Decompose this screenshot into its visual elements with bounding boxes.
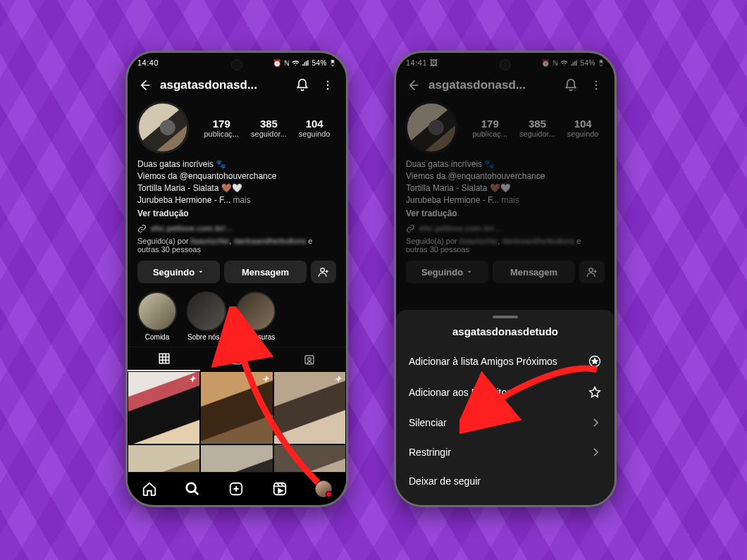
highlight-item[interactable]: Travessuras	[236, 292, 276, 341]
status-time: 14:41 🖼	[406, 58, 438, 67]
bio-link-row[interactable]: ehc.petlove.com.br/...	[137, 223, 336, 234]
link-icon	[406, 224, 415, 233]
svg-rect-13	[278, 505, 285, 507]
stat-n: 385	[519, 118, 555, 130]
profile-avatar[interactable]	[137, 102, 188, 153]
stat-following-l: seguindo	[299, 130, 331, 138]
grid-cell[interactable]	[273, 371, 346, 444]
chevron-down-icon	[197, 268, 204, 275]
sheet-unfollow[interactable]: Deixar de seguir	[396, 467, 615, 495]
profile-username[interactable]: asgatasdonasd...	[160, 78, 287, 92]
stats-block: 179publicaç... 385seguidor... 104seguind…	[467, 118, 605, 138]
nav-search[interactable]	[185, 481, 200, 497]
bio-line1: Duas gatas incríveis 🐾	[137, 158, 336, 170]
alarm-icon: ⏰	[541, 59, 550, 67]
bio-more[interactable]: mais	[230, 195, 251, 205]
message-button[interactable]: Mensagem	[493, 261, 575, 283]
tab-tagged[interactable]	[273, 347, 346, 371]
nav-reels[interactable]	[272, 481, 288, 497]
kebab-icon	[321, 79, 334, 92]
bio-block: Duas gatas incríveis 🐾 Viemos da @enquan…	[128, 158, 346, 234]
following-button[interactable]: Seguindo	[137, 261, 220, 283]
nav-create[interactable]	[228, 481, 244, 497]
phone-camera	[500, 59, 511, 70]
bio-line1: Duas gatas incríveis 🐾	[406, 158, 605, 170]
notifications-button[interactable]	[561, 75, 581, 95]
more-options-button[interactable]	[318, 75, 338, 95]
stat-n: 104	[567, 118, 599, 130]
message-button[interactable]: Mensagem	[224, 261, 307, 283]
signal-icon	[302, 59, 309, 67]
sheet-label: Adicionar aos Favoritos	[409, 387, 512, 398]
reel-badge-icon	[131, 504, 141, 507]
profile-username[interactable]: asgatasdonasd...	[428, 78, 555, 92]
bell-icon	[295, 78, 309, 92]
svg-point-23	[589, 268, 593, 272]
stat-followers[interactable]: 385seguidor...	[251, 118, 287, 138]
stat-following[interactable]: 104seguindo	[567, 118, 599, 138]
grid-cell[interactable]	[200, 371, 273, 444]
header-bar: asgatasdonasd...	[128, 73, 346, 99]
bio-line4-text: Jurubeba Hermione - F...	[406, 195, 499, 205]
action-buttons: Seguindo Mensagem	[396, 261, 615, 290]
svg-rect-9	[305, 356, 314, 364]
stat-posts-l: publicaç...	[204, 130, 240, 138]
highlights-row: Comida Sobre nós 2 Travessuras	[128, 290, 346, 347]
suggest-button[interactable]	[579, 261, 605, 283]
followed-by[interactable]: Seguido(a) por lisaurizchio, danlosandhe…	[128, 234, 346, 261]
followed-prefix: Seguido(a) por	[406, 237, 459, 245]
bio-block: Duas gatas incríveis 🐾 Viemos da @enquan…	[396, 158, 615, 234]
translate-link[interactable]: Ver tradução	[137, 208, 336, 220]
status-time-text: 14:41	[406, 58, 427, 67]
phone-right: 14:41 🖼 ⏰ ℕ 54% asgatasdonasd... 179publ…	[394, 51, 617, 507]
bio-link-row[interactable]: ehc.petlove.com.br/...	[406, 223, 605, 234]
svg-rect-7	[159, 354, 169, 364]
back-button[interactable]	[403, 75, 423, 95]
stat-following[interactable]: 104seguindo	[299, 118, 331, 138]
wifi-icon	[292, 59, 300, 67]
suggest-button[interactable]	[311, 261, 336, 283]
alarm-icon: ⏰	[273, 59, 282, 67]
followed-by[interactable]: Seguido(a) por lisaurizchio, danlosandhe…	[396, 234, 615, 261]
sheet-mute[interactable]: Silenciar	[396, 408, 615, 437]
sheet-handle[interactable]	[493, 316, 518, 318]
followed-b2: danlosandherbuttons	[233, 237, 306, 245]
stat-following-n: 104	[299, 118, 331, 130]
nav-home[interactable]	[142, 481, 157, 497]
nav-profile[interactable]	[315, 480, 332, 497]
highlight-item[interactable]: Comida	[137, 292, 177, 341]
message-button-label: Mensagem	[510, 267, 557, 278]
notifications-button[interactable]	[292, 75, 312, 95]
stat-posts[interactable]: 179publicaç...	[204, 118, 240, 138]
svg-point-10	[308, 358, 311, 361]
sheet-favorites[interactable]: Adicionar aos Favoritos	[396, 377, 615, 408]
sheet-restrict[interactable]: Restringir	[396, 437, 615, 467]
kebab-icon	[590, 79, 603, 92]
translate-link[interactable]: Ver tradução	[406, 208, 605, 220]
pin-icon	[260, 375, 270, 385]
following-button[interactable]: Seguindo	[406, 261, 488, 283]
highlight-item[interactable]: Sobre nós 2	[187, 292, 226, 341]
profile-avatar[interactable]	[406, 102, 457, 153]
tab-reels[interactable]	[200, 347, 273, 371]
stat-followers[interactable]: 385seguidor...	[519, 118, 555, 138]
grid-cell[interactable]	[128, 371, 200, 444]
sheet-close-friends[interactable]: Adicionar à lista Amigos Próximos	[396, 346, 615, 377]
tab-grid[interactable]	[128, 347, 200, 371]
stat-posts[interactable]: 179publicaç...	[473, 118, 508, 138]
stat-l: publicaç...	[473, 130, 508, 138]
pin-icon	[187, 375, 197, 385]
arrow-left-icon	[406, 78, 420, 92]
profile-row: 179publicaç... 385seguidor... 104seguind…	[128, 99, 346, 158]
more-options-button[interactable]	[586, 75, 606, 95]
sheet-label: Deixar de seguir	[409, 475, 481, 487]
svg-rect-12	[205, 505, 213, 507]
highlight-cover	[236, 292, 276, 331]
battery-pct: 54%	[580, 59, 595, 67]
back-button[interactable]	[135, 75, 154, 95]
highlight-label: Comida	[145, 333, 169, 341]
bio-more[interactable]: mais	[499, 195, 519, 205]
following-sheet: asgatasdonasdetudo Adicionar à lista Ami…	[396, 310, 615, 505]
followed-prefix: Seguido(a) por	[137, 237, 191, 245]
phone-left: 14:40 ⏰ ℕ 54% asgatasdonasd... 179public…	[125, 51, 348, 507]
